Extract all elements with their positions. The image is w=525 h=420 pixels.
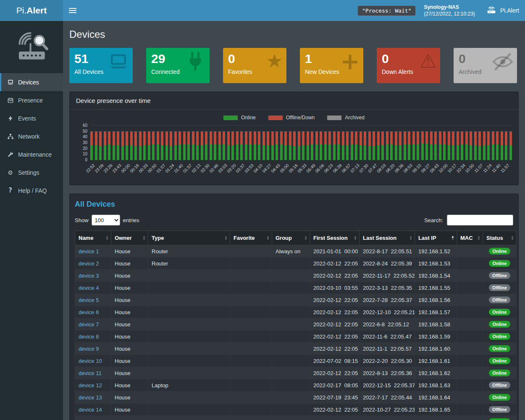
column-header-mac[interactable]: MAC▲▼ xyxy=(457,231,483,245)
devices-table-panel: All Devices Show 100 entries Search: Nam… xyxy=(69,194,519,420)
table-row[interactable]: device 6House2022-02-12 22:052022-12-10 … xyxy=(75,306,517,318)
sidebar-item-maintenance[interactable]: Maintenance xyxy=(0,145,63,163)
card-new-devices[interactable]: 1New Devices+ xyxy=(300,48,363,83)
device-link[interactable]: device 3 xyxy=(79,273,99,279)
bar-segment-online xyxy=(439,144,441,160)
table-row[interactable]: device 9House2022-02-12 22:052022-11-1 2… xyxy=(75,343,517,355)
chart-bar xyxy=(351,131,353,160)
device-link[interactable]: device 11 xyxy=(79,370,102,376)
chart-bar xyxy=(249,131,252,160)
table-row[interactable]: device 10House2022-07-02 08:152022-2-20 … xyxy=(75,355,517,367)
card-down-alerts[interactable]: 0Down Alerts⚠ xyxy=(377,48,440,83)
chart-bar xyxy=(267,131,269,160)
table-row[interactable]: device 5House2022-02-12 22:052022-7-28 2… xyxy=(75,294,517,306)
group-cell xyxy=(272,404,310,416)
group-cell xyxy=(272,331,310,343)
device-link[interactable]: device 14 xyxy=(79,407,102,413)
sidebar-item-label: Settings xyxy=(18,169,39,176)
bar-segment-online xyxy=(231,145,234,160)
column-header-owner[interactable]: Owner▲▼ xyxy=(111,231,148,245)
table-row[interactable]: device 7House2022-02-12 22:052022-6-8 22… xyxy=(75,318,517,331)
card-archived[interactable]: 0Archived xyxy=(454,48,517,83)
table-row[interactable]: device 15HouseSwitchAlways on2022-02-12 … xyxy=(75,416,517,420)
sidebar-toggle-button[interactable] xyxy=(63,0,82,21)
status-cell: Offline xyxy=(483,270,517,282)
column-header-last-session[interactable]: Last Session▲▼ xyxy=(360,231,415,245)
bar-segment-offline xyxy=(271,131,274,145)
chart-bar xyxy=(262,131,265,160)
sidebar-item-help-faq[interactable]: ?Help / FAQ xyxy=(0,181,63,200)
bar-segment-online xyxy=(434,144,437,160)
bar-segment-offline xyxy=(289,131,291,145)
status-badge: Offline xyxy=(489,406,510,413)
search-input[interactable] xyxy=(447,215,513,226)
sidebar-item-devices[interactable]: Devices xyxy=(0,73,63,91)
bar-segment-online xyxy=(452,145,454,160)
device-link[interactable]: device 13 xyxy=(79,394,102,401)
y-tick-label: 60 xyxy=(76,123,87,128)
device-link[interactable]: device 12 xyxy=(79,382,102,388)
chart-bar xyxy=(399,131,402,160)
sidebar-item-settings[interactable]: ⚙Settings xyxy=(0,163,63,181)
bar-segment-offline xyxy=(351,131,353,144)
table-row[interactable]: device 2HouseRouter2022-02-12 22:052022-… xyxy=(75,257,517,270)
card-all-devices[interactable]: 51All Devices xyxy=(69,48,133,83)
bar-segment-offline xyxy=(381,131,384,145)
device-link[interactable]: device 4 xyxy=(79,285,99,291)
bar-segment-online xyxy=(192,144,194,160)
last-session-cell: 2022-8-17 22:05.51 xyxy=(360,245,415,257)
entries-select[interactable]: 100 xyxy=(92,215,120,226)
y-tick-label: 30 xyxy=(76,140,87,145)
top-navbar: Pi.Alert "Process: Wait" Synology-NAS (2… xyxy=(0,0,525,21)
table-row[interactable]: device 3House2022-02-12 22:052022-11-17 … xyxy=(75,270,517,282)
user-menu[interactable]: Pi.Alert xyxy=(483,5,519,16)
table-row[interactable]: device 12HouseLaptop2022-02-17 08:052022… xyxy=(75,379,517,391)
device-link[interactable]: device 1 xyxy=(79,248,99,255)
table-row[interactable]: device 14House2022-02-12 22:052022-10-27… xyxy=(75,404,517,416)
table-row[interactable]: device 1HouseRouterAlways on2021-01-01 0… xyxy=(75,245,517,257)
device-link[interactable]: device 6 xyxy=(79,309,99,315)
sidebar-item-presence[interactable]: Presence xyxy=(0,91,63,109)
status-badge: Online xyxy=(489,418,510,420)
bar-segment-online xyxy=(117,145,119,160)
column-header-status[interactable]: Status▲▼ xyxy=(483,231,517,245)
bar-segment-online xyxy=(381,145,384,160)
device-link[interactable]: device 8 xyxy=(79,333,99,340)
device-link[interactable]: device 2 xyxy=(79,260,99,267)
table-row[interactable]: device 11House2022-02-12 22:052022-8-13 … xyxy=(75,367,517,379)
table-row[interactable]: device 13House2022-07-19 23:452022-7-17 … xyxy=(75,391,517,404)
chart-bar xyxy=(381,131,384,160)
column-header-first-session[interactable]: First Session▲▼ xyxy=(310,231,360,245)
column-header-name[interactable]: Name▲▼ xyxy=(75,231,111,245)
bar-segment-offline xyxy=(457,131,459,145)
card-favorites[interactable]: 0Favorites★ xyxy=(223,48,286,83)
status-cell: Online xyxy=(483,367,517,379)
column-label: Name xyxy=(79,235,93,241)
card-connected[interactable]: 29Connected xyxy=(146,48,210,83)
bar-segment-offline xyxy=(143,131,146,145)
network-icon xyxy=(7,133,14,140)
sidebar-item-events[interactable]: Events xyxy=(0,109,63,127)
app-logo[interactable]: Pi.Alert xyxy=(0,0,63,21)
bar-segment-online xyxy=(421,143,424,160)
bar-segment-offline xyxy=(470,131,472,145)
chart-bar xyxy=(360,131,362,160)
column-header-last-ip[interactable]: Last IP▲▼ xyxy=(415,231,457,245)
sidebar-item-network[interactable]: Network xyxy=(0,127,63,145)
table-row[interactable]: device 4House2022-03-10 03:552022-3-13 2… xyxy=(75,282,517,294)
bar-segment-offline xyxy=(342,131,344,145)
bar-segment-offline xyxy=(267,131,269,145)
bar-segment-online xyxy=(307,145,309,160)
device-link[interactable]: device 15 xyxy=(79,419,102,420)
table-row[interactable]: device 8House2022-02-12 22:052022-11-6 2… xyxy=(75,331,517,343)
table-controls: Show 100 entries Search: xyxy=(75,215,513,226)
column-header-favorite[interactable]: Favorite▲▼ xyxy=(230,231,272,245)
device-link[interactable]: device 7 xyxy=(79,321,99,328)
column-header-type[interactable]: Type▲▼ xyxy=(148,231,230,245)
device-link[interactable]: device 10 xyxy=(79,358,102,364)
bar-segment-online xyxy=(355,144,357,160)
device-link[interactable]: device 9 xyxy=(79,346,99,352)
device-link[interactable]: device 5 xyxy=(79,297,99,303)
bar-segment-online xyxy=(346,145,349,160)
column-header-group[interactable]: Group▲▼ xyxy=(272,231,310,245)
